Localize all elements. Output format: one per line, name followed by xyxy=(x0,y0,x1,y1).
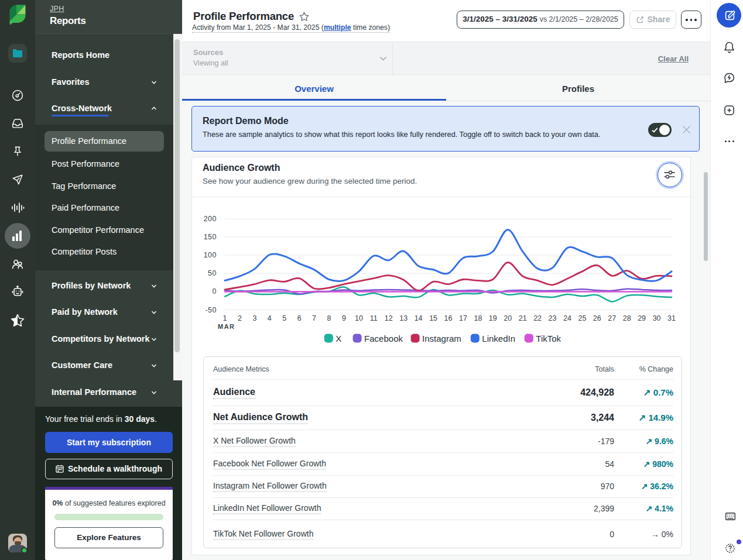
svg-text:25: 25 xyxy=(578,314,586,322)
svg-text:100: 100 xyxy=(204,251,217,259)
svg-text:15: 15 xyxy=(429,314,437,322)
svg-text:50: 50 xyxy=(208,269,217,277)
svg-text:9: 9 xyxy=(342,314,346,322)
svg-text:13: 13 xyxy=(399,314,408,322)
svg-text:14: 14 xyxy=(415,314,423,322)
svg-text:Instagram: Instagram xyxy=(422,334,461,343)
svg-text:27: 27 xyxy=(608,314,616,322)
svg-text:MAR: MAR xyxy=(218,323,235,330)
svg-text:7: 7 xyxy=(312,314,316,322)
svg-text:200: 200 xyxy=(204,215,217,223)
svg-text:23: 23 xyxy=(549,314,557,322)
svg-text:10: 10 xyxy=(355,314,363,322)
svg-text:150: 150 xyxy=(204,233,217,241)
svg-text:TikTok: TikTok xyxy=(536,334,561,343)
svg-text:28: 28 xyxy=(623,314,631,322)
svg-text:18: 18 xyxy=(474,314,482,322)
svg-text:8: 8 xyxy=(327,314,331,322)
svg-text:17: 17 xyxy=(459,314,467,322)
svg-text:30: 30 xyxy=(653,314,661,322)
svg-text:5: 5 xyxy=(282,314,286,322)
svg-text:20: 20 xyxy=(504,314,512,322)
svg-text:26: 26 xyxy=(593,314,601,322)
svg-text:29: 29 xyxy=(638,314,646,322)
svg-text:1: 1 xyxy=(223,314,227,322)
svg-text:11: 11 xyxy=(370,314,378,322)
svg-text:2: 2 xyxy=(238,314,242,322)
svg-text:X: X xyxy=(335,334,341,343)
svg-text:16: 16 xyxy=(444,314,453,322)
svg-text:4: 4 xyxy=(268,314,272,322)
svg-text:19: 19 xyxy=(489,314,497,322)
svg-text:LinkedIn: LinkedIn xyxy=(482,334,515,343)
svg-text:31: 31 xyxy=(667,314,676,322)
svg-text:21: 21 xyxy=(519,314,527,322)
svg-text:-50: -50 xyxy=(205,306,217,314)
svg-text:24: 24 xyxy=(563,314,571,322)
svg-text:3: 3 xyxy=(252,314,256,322)
svg-text:22: 22 xyxy=(533,314,542,322)
svg-text:Facebook: Facebook xyxy=(364,334,403,343)
svg-text:12: 12 xyxy=(385,314,393,322)
svg-text:0: 0 xyxy=(213,287,217,296)
svg-text:6: 6 xyxy=(297,314,302,322)
